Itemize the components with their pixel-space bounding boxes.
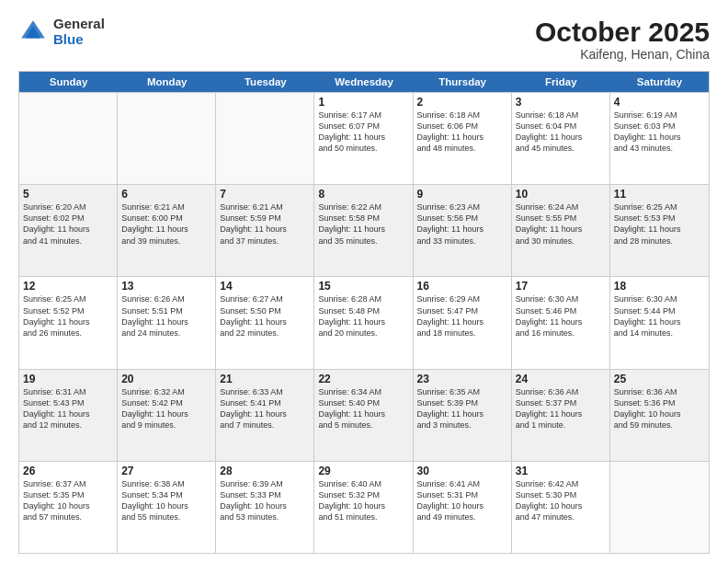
- calendar-cell: 29Sunrise: 6:40 AM Sunset: 5:32 PM Dayli…: [314, 462, 413, 553]
- calendar-cell: 3Sunrise: 6:18 AM Sunset: 6:04 PM Daylig…: [512, 93, 610, 184]
- cell-text: Sunrise: 6:38 AM Sunset: 5:34 PM Dayligh…: [121, 478, 211, 523]
- cell-text: Sunrise: 6:36 AM Sunset: 5:36 PM Dayligh…: [614, 386, 705, 431]
- day-number: 1: [318, 96, 408, 109]
- cell-text: Sunrise: 6:20 AM Sunset: 6:02 PM Dayligh…: [23, 201, 113, 247]
- calendar-cell: 21Sunrise: 6:33 AM Sunset: 5:41 PM Dayli…: [216, 370, 314, 461]
- calendar-cell: 17Sunrise: 6:30 AM Sunset: 5:46 PM Dayli…: [512, 277, 610, 368]
- calendar-cell: 1Sunrise: 6:17 AM Sunset: 6:07 PM Daylig…: [314, 93, 413, 184]
- calendar-cell: 28Sunrise: 6:39 AM Sunset: 5:33 PM Dayli…: [216, 462, 314, 553]
- cell-text: Sunrise: 6:26 AM Sunset: 5:51 PM Dayligh…: [121, 293, 211, 339]
- calendar-cell: 31Sunrise: 6:42 AM Sunset: 5:30 PM Dayli…: [512, 462, 610, 553]
- day-number: 20: [121, 373, 211, 385]
- cell-text: Sunrise: 6:17 AM Sunset: 6:07 PM Dayligh…: [318, 109, 408, 155]
- day-number: 7: [220, 188, 310, 201]
- day-number: 4: [614, 96, 705, 109]
- calendar-cell: 16Sunrise: 6:29 AM Sunset: 5:47 PM Dayli…: [414, 277, 512, 368]
- cell-text: Sunrise: 6:39 AM Sunset: 5:33 PM Dayligh…: [220, 478, 310, 523]
- calendar-header-day: Thursday: [414, 72, 512, 92]
- cell-text: Sunrise: 6:32 AM Sunset: 5:42 PM Dayligh…: [121, 386, 211, 431]
- day-number: 11: [614, 188, 705, 201]
- calendar-cell: [118, 93, 216, 184]
- cell-text: Sunrise: 6:33 AM Sunset: 5:41 PM Dayligh…: [220, 386, 310, 431]
- calendar-header: SundayMondayTuesdayWednesdayThursdayFrid…: [19, 72, 709, 92]
- day-number: 12: [23, 280, 113, 293]
- cell-text: Sunrise: 6:27 AM Sunset: 5:50 PM Dayligh…: [220, 293, 310, 339]
- day-number: 10: [516, 188, 606, 201]
- cell-text: Sunrise: 6:23 AM Sunset: 5:56 PM Dayligh…: [417, 201, 507, 247]
- calendar-cell: [19, 93, 118, 184]
- calendar-header-day: Friday: [512, 72, 610, 92]
- logo-icon: [18, 17, 48, 47]
- logo-blue-text: Blue: [53, 32, 105, 48]
- calendar-cell: 18Sunrise: 6:30 AM Sunset: 5:44 PM Dayli…: [610, 277, 709, 368]
- calendar-cell: 22Sunrise: 6:34 AM Sunset: 5:40 PM Dayli…: [314, 370, 413, 461]
- calendar-cell: 25Sunrise: 6:36 AM Sunset: 5:36 PM Dayli…: [610, 370, 709, 461]
- calendar-cell: 10Sunrise: 6:24 AM Sunset: 5:55 PM Dayli…: [512, 185, 610, 276]
- calendar-cell: 9Sunrise: 6:23 AM Sunset: 5:56 PM Daylig…: [414, 185, 512, 276]
- title-block: October 2025 Kaifeng, Henan, China: [535, 17, 710, 62]
- cell-text: Sunrise: 6:40 AM Sunset: 5:32 PM Dayligh…: [318, 478, 408, 523]
- day-number: 30: [417, 465, 507, 477]
- day-number: 13: [121, 280, 211, 293]
- calendar-header-day: Sunday: [19, 72, 118, 92]
- calendar-cell: 6Sunrise: 6:21 AM Sunset: 6:00 PM Daylig…: [118, 185, 216, 276]
- day-number: 23: [417, 373, 507, 385]
- calendar: SundayMondayTuesdayWednesdayThursdayFrid…: [18, 71, 710, 554]
- cell-text: Sunrise: 6:28 AM Sunset: 5:48 PM Dayligh…: [318, 293, 408, 339]
- calendar-cell: 5Sunrise: 6:20 AM Sunset: 6:02 PM Daylig…: [19, 185, 118, 276]
- calendar-header-day: Wednesday: [314, 72, 413, 92]
- logo-general-text: General: [53, 17, 105, 32]
- calendar-cell: 7Sunrise: 6:21 AM Sunset: 5:59 PM Daylig…: [216, 185, 314, 276]
- calendar-cell: 15Sunrise: 6:28 AM Sunset: 5:48 PM Dayli…: [314, 277, 413, 368]
- month-title: October 2025: [535, 17, 710, 47]
- calendar-cell: 8Sunrise: 6:22 AM Sunset: 5:58 PM Daylig…: [314, 185, 413, 276]
- calendar-cell: 13Sunrise: 6:26 AM Sunset: 5:51 PM Dayli…: [118, 277, 216, 368]
- calendar-cell: 19Sunrise: 6:31 AM Sunset: 5:43 PM Dayli…: [19, 370, 118, 461]
- calendar-row: 12Sunrise: 6:25 AM Sunset: 5:52 PM Dayli…: [19, 276, 709, 368]
- cell-text: Sunrise: 6:30 AM Sunset: 5:46 PM Dayligh…: [516, 293, 606, 339]
- calendar-header-day: Monday: [118, 72, 216, 92]
- day-number: 21: [220, 373, 310, 385]
- logo: General Blue: [18, 17, 105, 47]
- calendar-cell: 24Sunrise: 6:36 AM Sunset: 5:37 PM Dayli…: [512, 370, 610, 461]
- cell-text: Sunrise: 6:24 AM Sunset: 5:55 PM Dayligh…: [516, 201, 606, 247]
- calendar-row: 19Sunrise: 6:31 AM Sunset: 5:43 PM Dayli…: [19, 369, 709, 461]
- cell-text: Sunrise: 6:41 AM Sunset: 5:31 PM Dayligh…: [417, 478, 507, 523]
- cell-text: Sunrise: 6:21 AM Sunset: 5:59 PM Dayligh…: [220, 201, 310, 247]
- day-number: 2: [417, 96, 507, 109]
- calendar-row: 5Sunrise: 6:20 AM Sunset: 6:02 PM Daylig…: [19, 184, 709, 276]
- cell-text: Sunrise: 6:30 AM Sunset: 5:44 PM Dayligh…: [614, 293, 705, 339]
- calendar-cell: 2Sunrise: 6:18 AM Sunset: 6:06 PM Daylig…: [414, 93, 512, 184]
- calendar-row: 1Sunrise: 6:17 AM Sunset: 6:07 PM Daylig…: [19, 92, 709, 184]
- day-number: 25: [614, 373, 705, 385]
- calendar-cell: 12Sunrise: 6:25 AM Sunset: 5:52 PM Dayli…: [19, 277, 118, 368]
- cell-text: Sunrise: 6:36 AM Sunset: 5:37 PM Dayligh…: [516, 386, 606, 431]
- calendar-cell: 27Sunrise: 6:38 AM Sunset: 5:34 PM Dayli…: [118, 462, 216, 553]
- calendar-cell: 14Sunrise: 6:27 AM Sunset: 5:50 PM Dayli…: [216, 277, 314, 368]
- cell-text: Sunrise: 6:25 AM Sunset: 5:53 PM Dayligh…: [614, 201, 705, 247]
- calendar-cell: 26Sunrise: 6:37 AM Sunset: 5:35 PM Dayli…: [19, 462, 118, 553]
- calendar-header-day: Tuesday: [216, 72, 314, 92]
- day-number: 15: [318, 280, 408, 293]
- location: Kaifeng, Henan, China: [535, 47, 710, 62]
- cell-text: Sunrise: 6:34 AM Sunset: 5:40 PM Dayligh…: [318, 386, 408, 431]
- day-number: 3: [516, 96, 606, 109]
- calendar-cell: 11Sunrise: 6:25 AM Sunset: 5:53 PM Dayli…: [610, 185, 709, 276]
- cell-text: Sunrise: 6:21 AM Sunset: 6:00 PM Dayligh…: [121, 201, 211, 247]
- calendar-cell: 23Sunrise: 6:35 AM Sunset: 5:39 PM Dayli…: [414, 370, 512, 461]
- day-number: 19: [23, 373, 113, 385]
- day-number: 6: [121, 188, 211, 201]
- day-number: 17: [516, 280, 606, 293]
- day-number: 31: [516, 465, 606, 477]
- calendar-cell: [216, 93, 314, 184]
- cell-text: Sunrise: 6:37 AM Sunset: 5:35 PM Dayligh…: [23, 478, 113, 523]
- cell-text: Sunrise: 6:42 AM Sunset: 5:30 PM Dayligh…: [516, 478, 606, 523]
- day-number: 8: [318, 188, 408, 201]
- day-number: 18: [614, 280, 705, 293]
- day-number: 29: [318, 465, 408, 477]
- day-number: 22: [318, 373, 408, 385]
- calendar-cell: [610, 462, 709, 553]
- calendar-header-day: Saturday: [610, 72, 709, 92]
- calendar-row: 26Sunrise: 6:37 AM Sunset: 5:35 PM Dayli…: [19, 461, 709, 553]
- cell-text: Sunrise: 6:25 AM Sunset: 5:52 PM Dayligh…: [23, 293, 113, 339]
